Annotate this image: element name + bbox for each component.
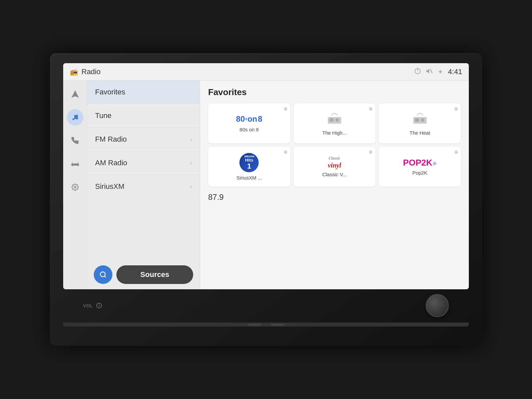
search-button[interactable] — [94, 265, 112, 284]
strip-bump-2 — [271, 324, 284, 326]
card-label-80s: 80s on 8 — [240, 127, 259, 132]
svg-point-5 — [100, 272, 105, 277]
top-bar-left: 📻 Radio — [70, 67, 100, 76]
menu-item-favorites[interactable]: Favorites — [87, 80, 200, 104]
sidebar-item-navigation[interactable] — [67, 86, 83, 102]
favorite-card-the-high[interactable]: ⊕ The High... — [294, 103, 376, 143]
sidebar-item-phone[interactable] — [67, 132, 83, 149]
menu-items: Favorites Tune FM Radio › AM Radio › Sir — [87, 80, 200, 260]
favorite-card-the-heat[interactable]: ⊕ The Heat — [379, 103, 461, 143]
logo-80s-on-8: 8 0 s on 8 — [236, 114, 262, 124]
vol-label: VOL — [83, 303, 102, 309]
top-bar: 📻 Radio ✦ 4:41 — [63, 63, 469, 80]
favorites-section-title: Favorites — [208, 87, 461, 97]
sources-button[interactable]: Sources — [116, 265, 193, 284]
card-label-pop2k: Pop2K — [412, 170, 427, 176]
pin-icon-sirius: ⊕ — [284, 149, 288, 155]
svg-rect-11 — [415, 118, 419, 122]
page-title: Radio — [81, 67, 100, 76]
logo-classic-vinyl: Classic vinyl — [328, 156, 341, 170]
menu-panel: Favorites Tune FM Radio › AM Radio › Sir — [87, 80, 200, 289]
card-label-high: The High... — [322, 130, 346, 136]
radio-graphic-high — [326, 111, 343, 127]
current-frequency: 87.9 — [208, 193, 461, 202]
strip-bump-1 — [248, 324, 261, 326]
clock-display: 4:41 — [448, 67, 462, 76]
screen: 📻 Radio ✦ 4:41 — [63, 63, 469, 289]
menu-item-favorites-label: Favorites — [95, 88, 125, 96]
svg-line-6 — [104, 276, 106, 277]
radio-icon: 📻 — [70, 68, 78, 76]
fm-radio-chevron: › — [190, 136, 192, 143]
favorites-grid: ⊕ 8 0 s on 8 80s on 8 ⊕ — [208, 103, 461, 187]
menu-item-tune[interactable]: Tune — [87, 104, 200, 128]
content-panel: Favorites ⊕ 8 0 s on 8 80s on 8 — [200, 80, 469, 289]
sidebar-item-music[interactable] — [67, 109, 83, 126]
pin-icon-classic: ⊕ — [369, 149, 373, 155]
pin-icon-heat: ⊕ — [454, 106, 458, 111]
am-radio-chevron: › — [190, 160, 192, 167]
bluetooth-icon: ✦ — [438, 68, 443, 76]
volume-knob[interactable] — [426, 294, 449, 317]
card-label-classic: Classic V... — [322, 172, 347, 177]
menu-item-siriusxm-label: SiriusXM — [95, 182, 124, 191]
menu-item-siriusxm[interactable]: SiriusXM › — [87, 175, 200, 199]
menu-item-am-radio-label: AM Radio — [95, 159, 127, 167]
card-label-heat: The Heat — [410, 130, 430, 136]
svg-marker-3 — [72, 91, 78, 97]
radio-graphic-heat — [412, 111, 428, 127]
logo-pop2k: POP2K✳ — [403, 158, 437, 168]
svg-point-4 — [74, 186, 76, 188]
svg-point-9 — [335, 118, 339, 122]
mute-icon — [426, 68, 433, 75]
menu-item-am-radio[interactable]: AM Radio › — [87, 151, 200, 175]
menu-item-tune-label: Tune — [95, 111, 111, 120]
sources-button-label: Sources — [140, 270, 169, 279]
sidebar-item-car[interactable] — [67, 156, 83, 172]
svg-point-12 — [421, 118, 424, 122]
bottom-bezel: VOL — [63, 289, 469, 317]
sidebar-nav — [63, 80, 87, 289]
card-label-sirius: SiriusXM ... — [236, 175, 262, 181]
favorite-card-classic-vinyl[interactable]: ⊕ Classic vinyl Classic V... — [294, 147, 376, 187]
signal-icon — [414, 68, 421, 76]
menu-item-fm-radio-label: FM Radio — [95, 135, 127, 144]
favorite-card-siriusxm[interactable]: ⊕ SIRIUSXM Hits 1 SiriusXM ... — [208, 147, 290, 187]
car-bezel: 📻 Radio ✦ 4:41 — [50, 53, 482, 346]
pin-icon-high: ⊕ — [369, 106, 373, 111]
menu-item-fm-radio[interactable]: FM Radio › — [87, 128, 200, 151]
menu-bottom: Sources — [87, 260, 200, 289]
favorite-card-pop2k[interactable]: ⊕ POP2K✳ Pop2K — [379, 147, 461, 187]
svg-line-2 — [430, 69, 432, 73]
sidebar-item-settings[interactable] — [67, 179, 83, 196]
svg-rect-8 — [330, 118, 333, 122]
pin-icon-pop2k: ⊕ — [454, 149, 458, 155]
logo-siriusxm: SIRIUSXM Hits 1 — [239, 153, 259, 172]
pin-icon-80s: ⊕ — [284, 106, 288, 111]
favorite-card-80s-on-8[interactable]: ⊕ 8 0 s on 8 80s on 8 — [208, 103, 290, 143]
main-content: Favorites Tune FM Radio › AM Radio › Sir — [63, 80, 469, 289]
siriusxm-chevron: › — [190, 183, 192, 190]
bottom-strip — [63, 323, 469, 327]
top-bar-right: ✦ 4:41 — [414, 67, 462, 76]
